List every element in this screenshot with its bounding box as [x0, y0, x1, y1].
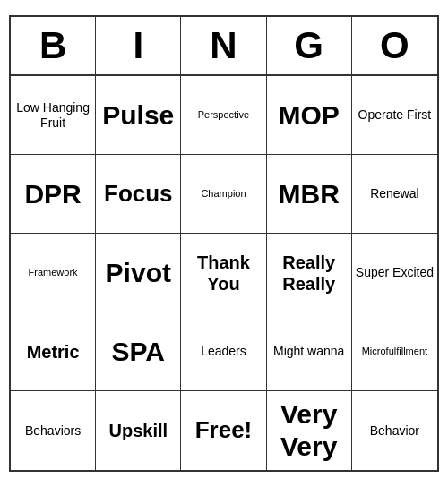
cell-label: SPA [112, 336, 165, 368]
cell-label: Upskill [109, 420, 168, 441]
header-letter: I [96, 17, 181, 74]
bingo-cell[interactable]: Behavior [352, 391, 437, 470]
cell-label: Perspective [198, 109, 249, 121]
cell-label: Operate First [358, 107, 432, 123]
bingo-cell[interactable]: Behaviors [11, 391, 96, 470]
bingo-cell[interactable]: Renewal [352, 155, 437, 234]
bingo-cell[interactable]: MOP [267, 76, 352, 155]
bingo-cell[interactable]: Operate First [352, 76, 437, 155]
cell-label: Really Really [271, 252, 348, 295]
bingo-grid: Low Hanging FruitPulsePerspectiveMOPOper… [11, 76, 437, 470]
bingo-cell[interactable]: Microfulfillment [352, 312, 437, 391]
bingo-header: BINGO [11, 17, 437, 76]
bingo-cell[interactable]: Perspective [181, 76, 266, 155]
cell-label: Leaders [201, 344, 246, 359]
bingo-cell[interactable]: DPR [11, 155, 96, 234]
bingo-cell[interactable]: Free! [181, 391, 266, 470]
bingo-cell[interactable]: Pivot [96, 234, 181, 312]
cell-label: Pulse [102, 99, 174, 132]
cell-label: DPR [24, 178, 81, 210]
bingo-cell[interactable]: Super Excited [352, 234, 437, 312]
cell-label: Champion [201, 188, 246, 200]
cell-label: MBR [279, 178, 340, 210]
bingo-cell[interactable]: Low Hanging Fruit [11, 76, 96, 155]
header-letter: N [181, 17, 266, 74]
header-letter: G [267, 17, 352, 74]
cell-label: Low Hanging Fruit [14, 100, 91, 131]
bingo-cell[interactable]: Leaders [181, 312, 266, 391]
cell-label: Free! [195, 416, 253, 444]
bingo-cell[interactable]: Champion [181, 155, 266, 234]
bingo-cell[interactable]: MBR [267, 155, 352, 234]
bingo-cell[interactable]: Framework [11, 234, 96, 312]
cell-label: Thank You [185, 252, 262, 295]
cell-label: Might wanna [273, 344, 344, 359]
bingo-cell[interactable]: Really Really [267, 234, 352, 312]
bingo-cell[interactable]: Might wanna [267, 312, 352, 391]
header-letter: O [352, 17, 437, 74]
cell-label: Metric [27, 341, 80, 363]
bingo-cell[interactable]: SPA [96, 312, 181, 391]
cell-label: Renewal [370, 186, 418, 201]
cell-label: Super Excited [356, 265, 434, 280]
cell-label: Behaviors [25, 423, 81, 439]
bingo-cell[interactable]: Upskill [96, 391, 181, 470]
bingo-cell[interactable]: Focus [96, 155, 181, 234]
cell-label: Very Very [271, 398, 348, 463]
bingo-card: BINGO Low Hanging FruitPulsePerspectiveM… [9, 15, 439, 472]
cell-label: Pivot [106, 257, 171, 289]
cell-label: Framework [29, 267, 78, 278]
bingo-cell[interactable]: Thank You [181, 234, 266, 312]
bingo-cell[interactable]: Metric [11, 312, 96, 391]
header-letter: B [11, 17, 96, 74]
bingo-cell[interactable]: Very Very [267, 391, 352, 470]
bingo-cell[interactable]: Pulse [96, 76, 181, 155]
cell-label: MOP [279, 99, 340, 132]
cell-label: Focus [104, 180, 173, 208]
cell-label: Microfulfillment [362, 346, 427, 357]
cell-label: Behavior [370, 423, 419, 439]
